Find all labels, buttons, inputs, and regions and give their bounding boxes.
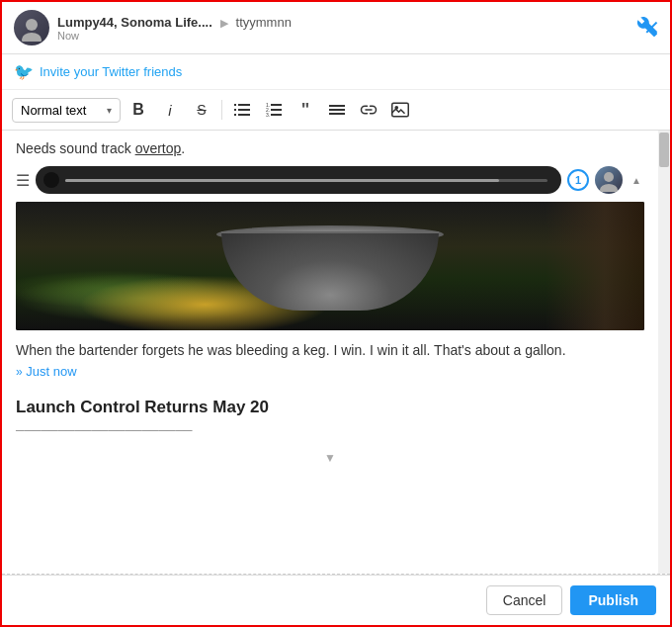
link-button[interactable]	[355, 96, 382, 124]
format-select[interactable]: Normal text ▾	[12, 98, 121, 123]
post-image	[16, 202, 644, 330]
main-window: Lumpy44, Sonoma Life.... ▶ ttyymmnn Now …	[0, 0, 672, 627]
svg-point-19	[604, 172, 614, 182]
just-now-text: Just now	[26, 364, 76, 379]
horizontal-rule-button[interactable]	[323, 96, 351, 124]
unordered-list-button[interactable]	[228, 96, 256, 124]
audio-comment-badge[interactable]: 1	[567, 169, 589, 191]
post-body-content: When the bartender forgets he was bleedi…	[16, 342, 566, 358]
scroll-down-arrow: ▼	[324, 451, 336, 465]
bold-button[interactable]: B	[125, 96, 152, 124]
drag-handle-icon[interactable]: ☰	[16, 171, 30, 190]
hr-icon	[329, 103, 345, 117]
blockquote-button[interactable]: "	[292, 96, 319, 124]
tools-icon-container[interactable]	[636, 16, 658, 41]
svg-rect-14	[329, 105, 345, 107]
publish-button[interactable]: Publish	[570, 585, 656, 615]
svg-rect-6	[234, 114, 236, 116]
content-area-wrapper: Needs sound track overtop. ☰ 1	[2, 131, 670, 574]
svg-rect-4	[234, 109, 236, 111]
post-body-text: When the bartender forgets he was bleedi…	[16, 340, 644, 382]
strikethrough-button[interactable]: S	[188, 96, 215, 124]
chevron-down-icon: ▾	[107, 105, 112, 116]
scrollbar[interactable]	[658, 131, 670, 574]
intro-text: Needs sound track overtop.	[16, 140, 644, 156]
twitter-icon: 🐦	[14, 62, 34, 81]
content-scroll-area[interactable]: Needs sound track overtop. ☰ 1	[2, 131, 658, 574]
overtop-link[interactable]: overtop	[135, 140, 182, 156]
svg-point-20	[600, 184, 618, 192]
ordered-list-button[interactable]: 1. 2. 3.	[260, 96, 288, 124]
italic-button[interactable]: i	[156, 96, 184, 124]
header-slug: ttyymmnn	[236, 15, 292, 30]
cancel-button[interactable]: Cancel	[486, 585, 563, 615]
svg-rect-15	[329, 109, 345, 111]
chevron-right-icon: »	[16, 365, 23, 379]
svg-point-0	[26, 19, 38, 31]
svg-rect-16	[329, 113, 345, 115]
just-now-link[interactable]: » Just now	[16, 364, 77, 379]
tools-svg-icon	[636, 16, 658, 38]
twitter-invite-link[interactable]: Invite your Twitter friends	[40, 64, 182, 79]
ul-icon	[234, 103, 250, 117]
audio-knob	[43, 172, 59, 188]
audio-user-avatar	[595, 166, 623, 194]
header-arrow: ▶	[220, 17, 228, 29]
toolbar-separator-1	[221, 100, 222, 120]
article-subtitle: ─────────────────────	[16, 423, 644, 437]
avatar	[14, 10, 49, 45]
svg-rect-11	[271, 109, 282, 111]
header-time: Now	[57, 30, 643, 42]
content-inner: Needs sound track overtop. ☰ 1	[2, 131, 658, 447]
footer: Cancel Publish	[2, 575, 670, 625]
right-hand-overlay	[546, 202, 644, 330]
svg-rect-9	[271, 104, 282, 106]
link-icon	[360, 103, 378, 117]
image-icon	[391, 102, 409, 118]
ol-icon: 1. 2. 3.	[266, 103, 282, 117]
audio-row: ☰ 1 ▲	[16, 166, 644, 194]
format-select-label: Normal text	[21, 103, 86, 118]
scroll-up-button[interactable]: ▲	[629, 172, 644, 188]
svg-rect-7	[238, 114, 250, 116]
svg-rect-5	[238, 109, 250, 111]
scroll-down-indicator: ▼	[2, 447, 658, 469]
svg-rect-3	[238, 104, 250, 106]
formatting-toolbar: Normal text ▾ B i S 1. 2. 3.	[2, 90, 670, 131]
header-username: Lumpy44, Sonoma Life....	[57, 15, 212, 30]
twitter-bar: 🐦 Invite your Twitter friends	[2, 54, 670, 90]
audio-bar-fill	[65, 179, 499, 182]
audio-progress-bar[interactable]	[65, 179, 547, 182]
image-button[interactable]	[386, 96, 414, 124]
tools-wrench-icon: ×	[660, 0, 672, 16]
svg-text:3.: 3.	[266, 112, 270, 117]
scrollbar-thumb[interactable]	[659, 133, 669, 167]
svg-point-1	[22, 33, 42, 42]
header-info: Lumpy44, Sonoma Life.... ▶ ttyymmnn Now	[57, 14, 643, 42]
audio-player[interactable]	[36, 166, 561, 194]
article-preview: Launch Control Returns May 20 ──────────…	[16, 394, 644, 437]
header: Lumpy44, Sonoma Life.... ▶ ttyymmnn Now …	[2, 2, 670, 54]
article-title[interactable]: Launch Control Returns May 20	[16, 398, 644, 417]
svg-rect-13	[271, 114, 282, 116]
svg-rect-2	[234, 104, 236, 106]
